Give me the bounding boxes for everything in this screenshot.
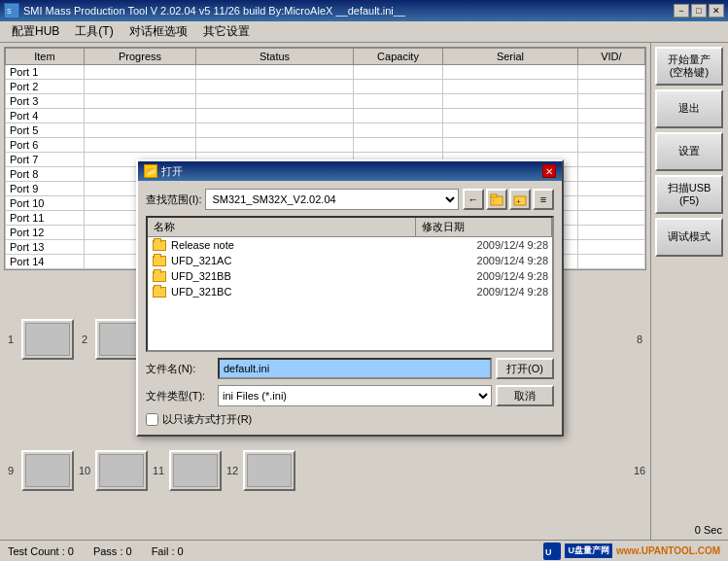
port-row-label-9: 9 [4, 465, 17, 476]
port-row-label-2: 2 [78, 333, 91, 345]
name-col-header: 名称 [148, 218, 416, 236]
col-header-progress: Progress [84, 49, 195, 65]
pass-label: Pass : 0 [93, 545, 132, 557]
table-row: Port 4 [6, 109, 645, 123]
port-row-label-1: 1 [4, 333, 17, 345]
file-date: 2009/12/4 9:28 [477, 286, 548, 298]
test-count-label: Test Count : 0 [8, 545, 74, 557]
port-row-label-8: 8 [633, 333, 646, 345]
filetype-label: 文件类型(T): [146, 389, 214, 403]
scan-usb-button[interactable]: 扫描USB(F5) [655, 175, 723, 214]
filename-label: 文件名(N): [146, 362, 214, 376]
dialog-icon: 📂 [144, 164, 157, 178]
folder-icon [152, 238, 167, 252]
logo-icon: U [543, 543, 561, 560]
file-date: 2009/12/4 9:28 [477, 270, 548, 282]
exit-button[interactable]: 退出 [655, 89, 723, 128]
port-btn-1[interactable] [21, 319, 74, 360]
logo-area: U U盘量产网 www.UPANTOOL.COM [543, 543, 720, 560]
file-name: UFD_321BC [171, 286, 231, 298]
file-list-item[interactable]: UFD_321AC 2009/12/4 9:28 [148, 253, 552, 268]
file-date: 2009/12/4 9:28 [477, 239, 548, 251]
folder-icon [152, 254, 167, 267]
readonly-checkbox[interactable] [146, 413, 158, 426]
view-button[interactable]: ≡ [533, 189, 554, 210]
menu-peizhihub[interactable]: 配置HUB [4, 21, 67, 42]
file-list-item[interactable]: UFD_321BC 2009/12/4 9:28 [148, 284, 552, 299]
minimize-button[interactable]: − [674, 4, 689, 18]
open-button[interactable]: 打开(O) [496, 358, 554, 379]
location-select[interactable]: SM321_SM32X_V2.02.04 [205, 189, 459, 210]
filename-input[interactable] [218, 358, 492, 379]
port-btn-10[interactable] [95, 450, 148, 491]
svg-text:↑: ↑ [492, 197, 496, 204]
logo-box-text: U盘量产网 [565, 543, 612, 558]
logo-url: www.UPANTOOL.COM [616, 545, 720, 556]
new-folder-button[interactable]: + [509, 189, 531, 210]
location-label: 查找范围(I): [146, 193, 201, 207]
folder-icon [152, 269, 167, 283]
dialog-close-button[interactable]: ✕ [542, 164, 556, 178]
restore-button[interactable]: □ [691, 4, 707, 18]
up-folder-button[interactable]: ↑ [486, 189, 507, 210]
port-row-label-12: 12 [225, 465, 239, 476]
col-header-vid: VID/ [577, 49, 644, 65]
cancel-button[interactable]: 取消 [496, 385, 554, 406]
col-header-serial: Serial [443, 49, 578, 65]
file-list-item[interactable]: Release note 2009/12/4 9:28 [148, 237, 552, 253]
port-btn-9[interactable] [21, 450, 74, 491]
start-production-button[interactable]: 开始量产(空格键) [655, 47, 723, 86]
port-row-2: 9 10 11 12 16 [4, 450, 646, 491]
dialog-title-bar: 📂 打开 ✕ [138, 161, 562, 181]
port-btn-11[interactable] [169, 450, 222, 491]
table-row: Port 6 [6, 138, 645, 153]
col-header-capacity: Capacity [353, 49, 442, 65]
dialog-title-text: 打开 [161, 164, 183, 179]
settings-label: 设置 [678, 145, 700, 158]
table-row: Port 3 [6, 94, 645, 109]
menu-tools[interactable]: 工具(T) [67, 21, 121, 42]
port-row-label-16: 16 [633, 465, 646, 476]
status-bar: Test Count : 0 Pass : 0 Fail : 0 U U盘量产网… [0, 540, 728, 561]
folder-icon [152, 285, 167, 298]
scan-usb-label: 扫描USB(F5) [668, 182, 711, 207]
file-date: 2009/12/4 9:28 [477, 255, 548, 266]
svg-text:S: S [7, 8, 12, 15]
date-col-header: 修改日期 [416, 218, 552, 236]
start-production-label: 开始量产(空格键) [668, 53, 711, 79]
table-row: Port 5 [6, 123, 645, 138]
file-list-item[interactable]: UFD_321BB 2009/12/4 9:28 [148, 268, 552, 284]
back-button[interactable]: ← [463, 189, 484, 210]
timer-display: 0 Sec [655, 524, 724, 536]
readonly-label: 以只读方式打开(R) [162, 412, 252, 427]
col-header-item: Item [6, 49, 85, 65]
file-list: 名称 修改日期 Release note 2009/12/4 9:28 UFD_… [146, 216, 554, 352]
table-row: Port 2 [6, 80, 645, 94]
debug-button[interactable]: 调试模式 [655, 218, 723, 257]
port-row-label-10: 10 [78, 465, 91, 476]
right-sidebar: 开始量产(空格键) 退出 设置 扫描USB(F5) 调试模式 0 Sec [650, 43, 728, 540]
close-button[interactable]: ✕ [709, 4, 724, 18]
table-row: Port 1 [6, 65, 645, 80]
menu-dialog-options[interactable]: 对话框选项 [121, 21, 195, 42]
port-btn-12[interactable] [243, 450, 295, 491]
filetype-select[interactable]: ini Files (*.ini) [218, 385, 492, 406]
settings-button[interactable]: 设置 [655, 132, 723, 171]
file-name: Release note [171, 239, 234, 251]
svg-text:U: U [545, 547, 552, 557]
menu-bar: 配置HUB 工具(T) 对话框选项 其它设置 [0, 21, 728, 43]
file-name: UFD_321AC [171, 255, 231, 266]
title-text: SMI Mass Production Tool V 2.02.04 v5 11… [23, 5, 405, 17]
fail-label: Fail : 0 [152, 545, 184, 557]
port-row-label-11: 11 [152, 465, 165, 476]
app-icon: S [4, 3, 19, 18]
svg-text:+: + [516, 197, 521, 206]
open-file-dialog: 📂 打开 ✕ 查找范围(I): SM321_SM32X_V2.02.04 ← ↑… [136, 159, 564, 437]
debug-label: 调试模式 [668, 230, 711, 243]
menu-other-settings[interactable]: 其它设置 [195, 21, 258, 42]
file-name: UFD_321BB [171, 270, 231, 282]
col-header-status: Status [196, 49, 354, 65]
title-bar: S SMI Mass Production Tool V 2.02.04 v5 … [0, 0, 728, 21]
exit-label: 退出 [678, 102, 700, 115]
